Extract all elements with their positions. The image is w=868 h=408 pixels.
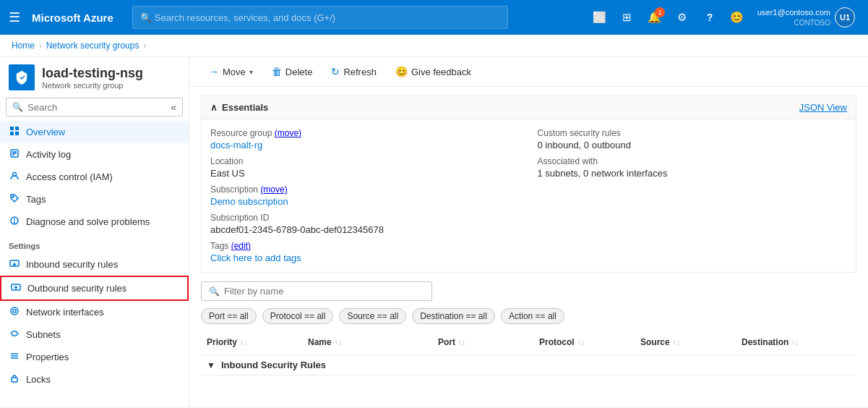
- feedback-icon[interactable]: 😊: [726, 6, 749, 29]
- locks-label: Locks: [26, 374, 51, 385]
- activity-log-icon: [9, 148, 20, 161]
- refresh-button[interactable]: ↻ Refresh: [323, 61, 384, 82]
- col-port: Port ↑↓: [432, 333, 533, 352]
- json-view-link[interactable]: JSON View: [799, 102, 847, 113]
- sidebar-collapse-icon[interactable]: «: [171, 101, 176, 113]
- table-section: Priority ↑↓ Name ↑↓ Port ↑↓ Protocol ↑↓ …: [201, 330, 856, 375]
- help-icon[interactable]: ?: [698, 6, 721, 29]
- notifications-icon[interactable]: 🔔 1: [643, 6, 666, 29]
- field-subscription-id: Subscription ID abcdef01-2345-6789-0abc-…: [210, 213, 520, 235]
- azure-logo: Microsoft Azure: [32, 12, 113, 24]
- delete-button[interactable]: 🗑 Delete: [264, 61, 321, 82]
- filter-input-wrap[interactable]: 🔍: [201, 281, 432, 301]
- filter-tag-action[interactable]: Action == all: [501, 308, 564, 324]
- properties-label: Properties: [26, 352, 69, 362]
- resource-group-link[interactable]: docs-malt-rg: [210, 140, 262, 150]
- svg-rect-0: [10, 127, 14, 130]
- tags-edit-link[interactable]: (edit): [231, 241, 251, 251]
- sidebar-item-activity-log[interactable]: Activity log: [0, 143, 189, 166]
- tags-add-link[interactable]: Click here to add tags: [210, 252, 301, 263]
- name-sort-icon[interactable]: ↑↓: [335, 339, 342, 347]
- overview-icon: [9, 126, 20, 138]
- sidebar-item-network-interfaces[interactable]: Network interfaces: [0, 301, 189, 323]
- col-protocol: Protocol ↑↓: [533, 333, 635, 352]
- resource-group-move-link[interactable]: (move): [275, 128, 301, 138]
- breadcrumb-home[interactable]: Home: [12, 41, 35, 51]
- sidebar-item-tags[interactable]: Tags: [0, 188, 189, 211]
- sidebar-item-outbound-rules[interactable]: Outbound security rules: [0, 276, 189, 301]
- svg-rect-22: [12, 378, 17, 382]
- sidebar-item-overview[interactable]: Overview: [0, 121, 189, 143]
- settings-icon[interactable]: ⚙: [671, 6, 694, 29]
- sidebar-item-properties[interactable]: Properties: [0, 346, 189, 368]
- group-collapse-icon[interactable]: ▼: [207, 360, 215, 370]
- svg-point-9: [12, 196, 14, 197]
- move-icon: →: [209, 66, 219, 77]
- sidebar-item-access-control[interactable]: Access control (IAM): [0, 166, 189, 188]
- move-dropdown-icon: ▾: [249, 68, 253, 76]
- inbound-icon: [9, 258, 20, 271]
- user-menu[interactable]: user1@contoso.com CONTOSO U1: [753, 6, 859, 29]
- search-input[interactable]: [155, 12, 500, 23]
- subscription-move-link[interactable]: (move): [260, 184, 287, 195]
- notification-badge: 1: [655, 7, 665, 17]
- port-sort-icon[interactable]: ↑↓: [458, 339, 465, 347]
- tags-icon: [9, 193, 20, 205]
- inbound-rules-label: Inbound security rules: [26, 259, 118, 270]
- outbound-rules-label: Outbound security rules: [27, 283, 126, 294]
- user-info: user1@contoso.com CONTOSO: [757, 7, 830, 27]
- filter-tag-protocol[interactable]: Protocol == all: [262, 308, 334, 324]
- essentials-title: Essentials: [222, 102, 268, 113]
- filter-tags: Port == all Protocol == all Source == al…: [201, 308, 856, 324]
- protocol-sort-icon[interactable]: ↑↓: [577, 339, 585, 347]
- essentials-left: Resource group (move) docs-malt-rg Locat…: [210, 128, 520, 263]
- sidebar-item-locks[interactable]: Locks: [0, 368, 189, 391]
- move-button[interactable]: → Move ▾: [201, 61, 261, 82]
- hamburger-icon[interactable]: ☰: [9, 9, 20, 25]
- destination-sort-icon[interactable]: ↑↓: [791, 339, 799, 347]
- portal-menu-icon[interactable]: ⊞: [616, 6, 639, 29]
- search-icon: 🔍: [140, 12, 152, 23]
- refresh-icon: ↻: [331, 66, 340, 77]
- custom-security-value: 0 inbound, 0 outbound: [538, 140, 848, 150]
- nsg-resource-icon: [9, 64, 35, 90]
- filter-input[interactable]: [224, 286, 424, 297]
- filter-tag-destination[interactable]: Destination == all: [412, 308, 495, 324]
- essentials-section: ∧ Essentials JSON View Resource group (m…: [201, 95, 856, 273]
- field-subscription: Subscription (move) Demo subscription: [210, 184, 520, 207]
- location-value: East US: [210, 168, 520, 179]
- overview-label: Overview: [26, 127, 65, 137]
- filter-tag-port[interactable]: Port == all: [201, 308, 257, 324]
- filter-tag-source[interactable]: Source == all: [339, 308, 406, 324]
- global-search[interactable]: 🔍: [132, 6, 508, 29]
- sidebar-item-diagnose[interactable]: Diagnose and solve problems: [0, 211, 189, 233]
- cloud-shell-icon[interactable]: ⬜: [588, 6, 611, 29]
- sidebar-resource-header: load-testing-nsg Network security group: [0, 57, 189, 98]
- svg-rect-2: [10, 132, 14, 135]
- svg-point-18: [13, 310, 16, 313]
- locks-icon: [9, 373, 20, 386]
- filter-section: 🔍 Port == all Protocol == all Source == …: [201, 281, 856, 324]
- main-layout: load-testing-nsg Network security group …: [0, 57, 868, 407]
- sidebar-item-subnets[interactable]: Subnets: [0, 323, 189, 346]
- filter-search-icon: 🔍: [209, 286, 220, 297]
- feedback-button[interactable]: 😊 Give feedback: [387, 61, 479, 82]
- sidebar-item-inbound-rules[interactable]: Inbound security rules: [0, 253, 189, 276]
- avatar: U1: [835, 7, 855, 27]
- essentials-collapse-icon[interactable]: ∧: [210, 102, 218, 113]
- delete-icon: 🗑: [272, 66, 282, 77]
- topbar-icons: ⬜ ⊞ 🔔 1 ⚙ ? 😊 user1@contoso.com CONTOSO …: [588, 6, 859, 29]
- essentials-body: Resource group (move) docs-malt-rg Locat…: [202, 119, 856, 272]
- resource-type: Network security group: [42, 81, 143, 90]
- priority-sort-icon[interactable]: ↑↓: [240, 339, 247, 347]
- source-sort-icon[interactable]: ↑↓: [673, 339, 680, 347]
- group-label: Inbound Security Rules: [221, 360, 326, 370]
- properties-icon: [9, 351, 20, 363]
- sidebar-search-input[interactable]: [27, 102, 166, 113]
- breadcrumb-nsg[interactable]: Network security groups: [46, 41, 139, 51]
- field-tags: Tags (edit) Click here to add tags: [210, 241, 520, 263]
- iam-icon: [9, 171, 20, 183]
- resource-name: load-testing-nsg: [42, 66, 143, 81]
- inbound-security-rules-group[interactable]: ▼ Inbound Security Rules: [201, 355, 856, 375]
- subscription-link[interactable]: Demo subscription: [210, 196, 288, 207]
